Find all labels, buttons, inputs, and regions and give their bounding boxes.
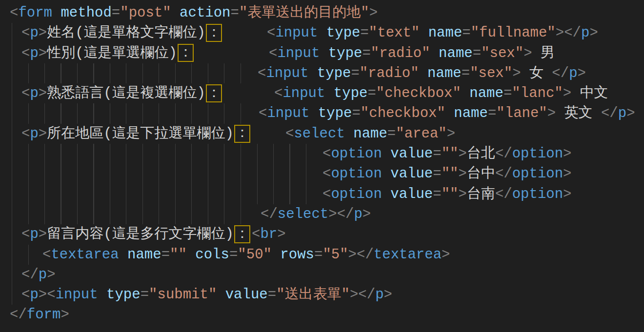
syntax-string: "fullname" [471, 25, 556, 41]
syntax-punctuation: > [328, 206, 337, 222]
syntax-attribute: rows [280, 247, 314, 263]
code-line-11: </select></p> [0, 204, 644, 224]
syntax-tag: p [30, 45, 38, 61]
syntax-text: 姓名(這是單格文字欄位) [47, 25, 205, 41]
syntax-punctuation: = [268, 287, 276, 303]
unicode-highlight-box: ： [206, 24, 222, 42]
syntax-punctuation: > [563, 85, 571, 101]
syntax-punctuation: < [21, 126, 30, 142]
code-segment: </form> [10, 305, 69, 325]
syntax-text [325, 85, 333, 101]
syntax-punctuation: = [229, 247, 238, 263]
syntax-punctuation: < [252, 226, 260, 242]
syntax-punctuation: </ [21, 267, 39, 283]
syntax-punctuation: = [433, 166, 441, 182]
indent-guides [12, 83, 12, 103]
unicode-highlight-box: ： [234, 225, 250, 243]
syntax-punctuation: = [387, 126, 396, 142]
syntax-punctuation: > [60, 307, 69, 323]
syntax-string: "表單送出的目的地" [239, 5, 369, 21]
code-segment: <input type="checkbox" name="lanc"> 中文 [274, 83, 608, 103]
syntax-tag: input [56, 287, 98, 303]
syntax-tag: input [266, 65, 308, 81]
indent-guides [12, 103, 241, 123]
code-segment: <option value="">台南</option> [322, 184, 572, 204]
unicode-highlight-box: ： [234, 125, 250, 143]
syntax-text: 中文 [571, 85, 608, 101]
syntax-punctuation: < [285, 126, 294, 142]
syntax-punctuation: > [350, 287, 358, 303]
syntax-punctuation: = [462, 25, 470, 41]
syntax-tag: p [30, 85, 38, 101]
syntax-attribute: value [390, 166, 433, 182]
syntax-string: "" [442, 166, 459, 182]
syntax-tag: p [581, 25, 589, 41]
indent-guides [12, 285, 12, 305]
syntax-punctuation: > [626, 105, 635, 121]
code-line-1: <form method="post" action="表單送出的目的地"> [0, 3, 644, 23]
syntax-text: 留言内容(這是多行文字欄位) [47, 226, 234, 242]
syntax-attribute: method [60, 5, 111, 21]
syntax-punctuation: </ [564, 25, 581, 41]
syntax-tag: p [30, 126, 38, 142]
syntax-punctuation: < [21, 226, 30, 242]
syntax-tag: option [512, 166, 563, 182]
syntax-punctuation: > [512, 65, 521, 81]
syntax-tag: textarea [51, 247, 119, 263]
syntax-tag: textarea [374, 247, 442, 263]
code-line-13: <textarea name="" cols="50" rows="5"></t… [0, 245, 644, 265]
code-segment: <p>熟悉語言(這是複選欄位)： [21, 83, 223, 103]
code-segment: <p>姓名(這是單格文字欄位)： [21, 23, 223, 43]
syntax-attribute: name [428, 25, 463, 41]
syntax-tag: option [512, 186, 563, 202]
syntax-punctuation: > [563, 166, 571, 182]
code-segment: <p>性別(這是單選欄位)： [21, 43, 195, 63]
syntax-punctuation: </ [261, 206, 278, 222]
syntax-punctuation: < [322, 186, 331, 202]
syntax-text: 所在地區(這是下拉選單欄位) [47, 126, 234, 142]
code-segment: <p>留言内容(這是多行文字欄位)： [21, 224, 252, 244]
syntax-tag: input [275, 25, 318, 41]
indent-guides [12, 43, 12, 63]
syntax-punctuation: > [39, 287, 47, 303]
syntax-text [318, 25, 326, 41]
syntax-punctuation: = [433, 186, 441, 202]
syntax-text: 台中 [467, 166, 495, 182]
syntax-text: 台北 [467, 146, 495, 162]
syntax-punctuation: = [473, 45, 481, 61]
syntax-punctuation: > [589, 25, 598, 41]
syntax-text [217, 287, 225, 303]
code-editor-area[interactable]: <form method="post" action="表單送出的目的地"><p… [0, 0, 644, 332]
code-line-7: <p>所在地區(這是下拉選單欄位)：<select name="area"> [0, 124, 644, 144]
syntax-tag: p [30, 287, 38, 303]
syntax-tag: input [282, 85, 325, 101]
code-line-8: <option value="">台北</option> [0, 144, 644, 164]
code-segment: <form method="post" action="表單送出的目的地"> [10, 3, 378, 23]
syntax-punctuation: = [161, 247, 170, 263]
code-segment: <p>所在地區(這是下拉選單欄位)： [21, 124, 252, 144]
syntax-punctuation: < [274, 85, 282, 101]
code-segment: <input type="text" name="fullname"></p> [267, 23, 598, 43]
syntax-text: 熟悉語言(這是複選欄位) [47, 85, 205, 101]
syntax-attribute: value [390, 146, 433, 162]
syntax-text [420, 25, 428, 41]
syntax-attribute: type [318, 105, 352, 121]
code-segment: <br> [252, 224, 286, 244]
syntax-punctuation: > [47, 267, 55, 283]
syntax-string: "post" [120, 5, 171, 21]
code-line-4: <input type="radio" name="sex"> 女 </p> [0, 63, 644, 83]
syntax-punctuation: > [39, 25, 47, 41]
indent-guides [12, 63, 241, 83]
syntax-punctuation: > [442, 247, 450, 263]
syntax-attribute: value [390, 186, 433, 202]
syntax-punctuation: </ [495, 166, 512, 182]
syntax-punctuation: < [259, 105, 267, 121]
syntax-attribute: name [439, 45, 473, 61]
indent-guides [12, 23, 12, 43]
syntax-tag: option [331, 166, 382, 182]
syntax-punctuation: </ [358, 287, 375, 303]
syntax-string: "" [442, 146, 459, 162]
syntax-punctuation: </ [10, 307, 27, 323]
syntax-text [461, 85, 469, 101]
syntax-punctuation: = [433, 146, 441, 162]
